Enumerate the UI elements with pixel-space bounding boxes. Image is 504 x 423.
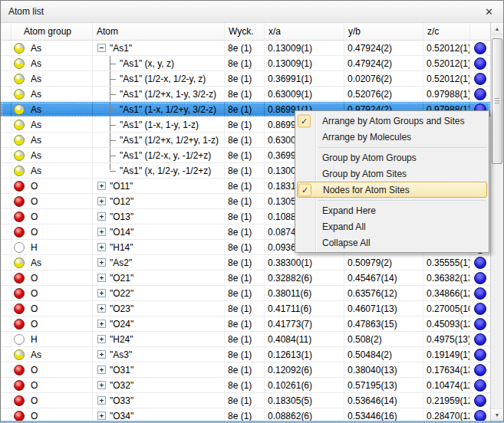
scrollbar-thumb[interactable] [492,38,502,164]
table-row[interactable]: O + "O24" 8e (1) 0.41773(7) 0.47863(15) … [1,316,490,332]
atom-sphere-icon[interactable] [474,395,486,407]
menu-item[interactable]: Arrange by Molecules [295,129,489,145]
expand-icon[interactable]: + [97,228,106,236]
atom-cell: + "O12" [93,194,225,208]
atom-sphere-icon[interactable] [474,333,486,346]
element-icon [14,150,25,161]
element-icon [14,227,25,238]
menu-item[interactable]: Group by Atom Sites [295,166,489,182]
expand-icon[interactable]: + [97,396,106,405]
header-xa[interactable]: x/a [265,23,344,40]
xa-cell: 0.63009(1) [265,87,344,101]
atom-group-label: As [31,89,41,100]
table-row[interactable]: As + "As3" 8e (1) 0.12613(1) 0.50484(2) … [1,347,490,362]
menu-item-label: Group by Atom Groups [322,152,417,163]
table-row[interactable]: As "As1" (x, y, z) 8e (1) 0.13009(1) 0.4… [1,56,490,71]
table-row[interactable]: O + "O33" 8e (1) 0.18305(5) 0.53646(14) … [1,393,490,408]
zc-cell: 0.97988(1) [423,87,470,101]
table-row[interactable]: As "As1" (1/2+x, 1-y, 3/2-z) 8e (1) 0.63… [1,87,490,102]
collapse-icon[interactable]: − [97,44,106,52]
row-gutter [1,102,12,116]
table-row[interactable]: O + "O22" 8e (1) 0.38011(6) 0.63576(12) … [1,286,490,301]
window-title: Atom list [8,6,483,17]
atom-sphere-icon[interactable] [474,410,486,421]
expand-icon[interactable]: + [97,243,106,251]
wyckoff-cell: 8e (1) [225,56,265,70]
atom-cell: + "O32" [93,378,225,392]
close-icon[interactable]: ✕ [483,5,496,18]
tree-branch [97,117,120,132]
table-row[interactable]: H + "H24" 8e (1) 0.4084(11) 0.508(2) 0.4… [1,332,490,347]
atom-sphere-icon[interactable] [474,379,486,392]
header-yb[interactable]: y/b [344,23,423,40]
vertical-scrollbar[interactable]: ▲ ▼ [490,23,503,421]
expand-icon[interactable]: + [97,197,106,205]
atom-sphere-icon[interactable] [474,364,486,376]
menu-item[interactable]: Group by Atom Groups [295,149,489,166]
table-row[interactable]: O + "O32" 8e (1) 0.10261(6) 0.57195(13) … [1,378,490,393]
header-zc[interactable]: z/c [423,23,470,40]
menu-item[interactable]: ✓Arrange by Atom Groups and Sites [295,113,489,129]
row-gutter [1,179,12,193]
expand-icon[interactable]: + [97,182,106,190]
header-wyckoff[interactable]: Wyck. [225,23,265,40]
header-atom[interactable]: Atom [93,23,225,40]
header-atom-group[interactable]: Atom group [12,23,93,40]
menu-item[interactable]: ✓Nodes for Atom Sites [297,182,487,198]
menu-item[interactable]: Expand All [295,218,489,234]
titlebar[interactable]: Atom list ✕ [1,1,503,23]
expand-icon[interactable]: + [97,381,106,389]
atom-sphere-icon[interactable] [474,42,486,54]
expand-icon[interactable]: + [97,335,106,343]
atom-sphere-icon[interactable] [474,287,486,300]
zc-cell: 0.4975(13) [423,332,470,346]
table-row[interactable]: As − "As1" 8e (1) 0.13009(1) 0.47924(2) … [1,41,490,56]
atom-sphere-icon[interactable] [474,303,486,315]
xa-cell: 0.12613(1) [265,347,344,362]
expand-icon[interactable]: + [97,274,106,282]
wyckoff-cell: 8e (1) [225,316,265,331]
atom-sphere-icon[interactable] [474,57,486,70]
expand-icon[interactable]: + [97,320,106,328]
table-row[interactable]: O + "O23" 8e (1) 0.41711(6) 0.46071(13) … [1,301,490,316]
atom-label: "As3" [110,349,132,360]
atom-group-cell: As [12,71,93,86]
table-row[interactable]: As + "As2" 8e (1) 0.38300(1) 0.50979(2) … [1,255,490,271]
atom-sphere-icon[interactable] [474,272,486,284]
expand-icon[interactable]: + [97,412,106,420]
row-gutter [1,133,12,147]
expand-icon[interactable]: + [97,304,106,313]
row-gutter [1,56,12,70]
wyckoff-cell: 8e (1) [225,225,265,239]
menu-item[interactable]: Collapse All [295,234,489,251]
table-row[interactable]: O + "O31" 8e (1) 0.12092(6) 0.38040(13) … [1,362,490,378]
zc-cell: 0.19149(1) [423,347,470,362]
atom-sphere-icon[interactable] [474,318,486,330]
row-gutter [1,347,12,362]
table-row[interactable]: As "As1" (1/2-x, 1/2-y, z) 8e (1) 0.3699… [1,71,490,87]
checkmark-icon: ✓ [298,183,311,196]
atom-label: "As1" (x, y, z) [120,58,174,69]
scroll-down-icon[interactable]: ▼ [491,408,503,421]
atom-sphere-icon[interactable] [474,349,486,361]
expand-icon[interactable]: + [97,212,106,221]
zc-cell: 0.27005(10) [423,301,470,316]
atom-group-cell: O [12,271,93,285]
atom-sphere-icon[interactable] [474,88,486,100]
yb-cell: 0.47924(2) [344,41,423,55]
table-row[interactable]: O + "O34" 8e (1) 0.08862(6) 0.53446(16) … [1,408,490,421]
row-gutter [1,393,12,408]
table-row[interactable]: O + "O21" 8e (1) 0.32882(6) 0.45467(14) … [1,271,490,286]
scroll-up-icon[interactable]: ▲ [491,23,503,35]
expand-icon[interactable]: + [97,289,106,297]
atom-label: "O34" [110,411,133,421]
atom-sphere-icon[interactable] [474,73,486,85]
menu-item[interactable]: Expand Here [295,202,489,218]
expand-icon[interactable]: + [97,366,106,374]
atom-cell: + "O14" [93,225,225,239]
atom-cell: "As1" (1/2-x, 1/2-y, z) [93,71,225,86]
expand-icon[interactable]: + [97,350,106,359]
expand-icon[interactable]: + [97,258,106,267]
display-cell [470,87,490,101]
atom-sphere-icon[interactable] [474,257,486,269]
